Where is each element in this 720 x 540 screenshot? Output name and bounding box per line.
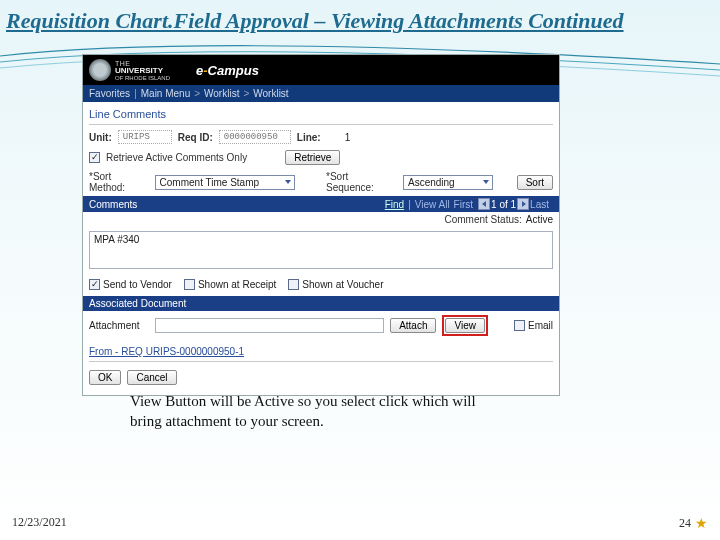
comments-bar-label: Comments <box>89 199 137 210</box>
pager-count: 1 of 1 <box>491 199 516 210</box>
uri-line3: OF RHODE ISLAND <box>115 75 170 81</box>
sortmethod-select[interactable]: Comment Time Stamp <box>155 175 295 190</box>
view-button-highlight: View <box>442 315 488 336</box>
send-vendor-label: Send to Vendor <box>103 279 172 290</box>
comments-bar: Comments Find | View All First 1 of 1 La… <box>83 196 559 212</box>
slide-caption: View Button will be Active so you select… <box>130 392 490 431</box>
email-checkbox[interactable] <box>514 320 525 331</box>
line-value: 1 <box>345 132 351 143</box>
cancel-button[interactable]: Cancel <box>127 370 176 385</box>
nav-mainmenu[interactable]: Main Menu <box>141 88 190 99</box>
sortseq-select[interactable]: Ascending <box>403 175 493 190</box>
attach-button[interactable]: Attach <box>390 318 436 333</box>
app-screenshot: THE UNIVERSITY OF RHODE ISLAND e-Campus … <box>82 54 560 396</box>
retrieve-active-checkbox[interactable]: ✓ <box>89 152 100 163</box>
university-logo: THE UNIVERSITY OF RHODE ISLAND <box>83 57 176 83</box>
first-link[interactable]: First <box>454 199 473 210</box>
comment-status-value: Active <box>526 214 553 225</box>
nav-worklist2[interactable]: Worklist <box>253 88 288 99</box>
reqid-label: Req ID: <box>178 132 213 143</box>
view-button[interactable]: View <box>445 318 485 333</box>
ecampus-brand: e-Campus <box>196 63 259 78</box>
breadcrumb-sep: > <box>194 88 200 99</box>
find-link[interactable]: Find <box>385 199 404 210</box>
slide-page-number: 24 <box>679 516 691 531</box>
ecampus-rest: Campus <box>208 63 259 78</box>
unit-label: Unit: <box>89 132 112 143</box>
sortmethod-label: *Sort Method: <box>89 171 149 193</box>
retrieve-button[interactable]: Retrieve <box>285 150 340 165</box>
nav-worklist1[interactable]: Worklist <box>204 88 239 99</box>
viewall-link[interactable]: View All <box>415 199 450 210</box>
ok-button[interactable]: OK <box>89 370 121 385</box>
send-vendor-checkbox[interactable]: ✓ <box>89 279 100 290</box>
breadcrumb-nav: Favorites | Main Menu > Worklist > Workl… <box>83 85 559 102</box>
app-header: THE UNIVERSITY OF RHODE ISLAND e-Campus <box>83 55 559 85</box>
nav-favorites[interactable]: Favorites <box>89 88 130 99</box>
star-icon: ★ <box>695 515 708 532</box>
sort-button[interactable]: Sort <box>517 175 553 190</box>
shown-receipt-checkbox[interactable] <box>184 279 195 290</box>
shown-voucher-checkbox[interactable] <box>288 279 299 290</box>
shown-voucher-label: Shown at Voucher <box>302 279 383 290</box>
last-link[interactable]: Last <box>530 199 549 210</box>
retrieve-active-label: Retrieve Active Comments Only <box>106 152 247 163</box>
associated-document-bar: Associated Document <box>83 296 559 311</box>
email-label: Email <box>528 320 553 331</box>
comment-status-label: Comment Status: <box>445 214 522 225</box>
attachment-field[interactable] <box>155 318 384 333</box>
uri-line2: UNIVERSITY <box>115 67 170 75</box>
slide-title: Requisition Chart.Field Approval – Viewi… <box>0 0 720 40</box>
shown-receipt-label: Shown at Receipt <box>198 279 276 290</box>
sortseq-label: *Sort Sequence: <box>326 171 397 193</box>
crest-icon <box>89 59 111 81</box>
line-label: Line: <box>297 132 321 143</box>
reqid-value: 0000000950 <box>219 130 291 144</box>
breadcrumb-sep2: > <box>243 88 249 99</box>
unit-value: URIPS <box>118 130 172 144</box>
attachment-label: Attachment <box>89 320 149 331</box>
slide-date: 12/23/2021 <box>12 515 67 532</box>
from-req-link[interactable]: From - REQ URIPS-0000000950-1 <box>83 340 559 359</box>
section-line-comments: Line Comments <box>83 102 559 122</box>
comment-textarea[interactable]: MPA #340 <box>89 231 553 269</box>
pager-next-icon[interactable] <box>517 198 529 210</box>
pager-prev-icon[interactable] <box>478 198 490 210</box>
